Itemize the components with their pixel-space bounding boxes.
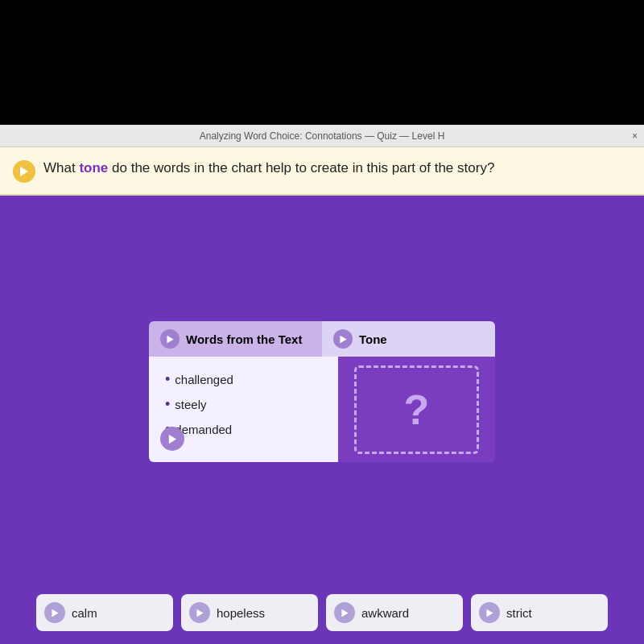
tone-header-audio-icon[interactable] (333, 329, 353, 349)
svg-marker-2 (340, 335, 346, 343)
svg-marker-0 (20, 167, 28, 176)
strict-label: strict (506, 606, 532, 620)
svg-marker-5 (196, 609, 203, 617)
question-text: What tone do the words in the chart help… (43, 159, 494, 178)
tone-header-label: Tone (359, 332, 387, 346)
tone-drop-zone[interactable]: ? (354, 365, 479, 454)
chart-header-tone: Tone (322, 321, 495, 357)
top-black-bar (0, 0, 644, 125)
word-item-1: challenged (165, 371, 322, 388)
main-area: Words from the Text Tone challe (0, 196, 644, 580)
word-item-2: steely (165, 396, 322, 413)
question-area: What tone do the words in the chart help… (0, 147, 644, 196)
hopeless-audio-icon[interactable] (189, 602, 210, 623)
strict-audio-icon[interactable] (479, 602, 500, 623)
chart-header: Words from the Text Tone (149, 321, 495, 357)
question-text-part1: What (43, 160, 79, 175)
words-header-label: Words from the Text (186, 332, 302, 346)
word-1-text: challenged (175, 373, 233, 386)
question-text-part2: do the words in the chart help to create… (108, 160, 494, 175)
chart-container: Words from the Text Tone challe (149, 321, 495, 462)
answer-hopeless[interactable]: hopeless (181, 594, 318, 631)
answer-options: calm hopeless awkward s (0, 580, 644, 644)
word-2-text: steely (175, 398, 206, 411)
calm-audio-icon[interactable] (44, 602, 65, 623)
question-audio-icon[interactable] (13, 160, 35, 183)
svg-marker-4 (52, 609, 58, 617)
question-highlight: tone (79, 160, 108, 175)
answer-strict[interactable]: strict (471, 594, 608, 631)
svg-marker-1 (167, 335, 173, 343)
words-audio-button[interactable] (160, 427, 184, 451)
tone-question-mark: ? (404, 386, 430, 434)
word-item-3: demanded (165, 421, 322, 438)
page-title: Analyzing Word Choice: Connotations — Qu… (200, 130, 445, 142)
svg-marker-3 (168, 434, 175, 443)
chrome-bar: Analyzing Word Choice: Connotations — Qu… (0, 125, 644, 147)
close-button[interactable]: × (632, 130, 638, 142)
awkward-audio-icon[interactable] (334, 602, 355, 623)
answer-calm[interactable]: calm (36, 594, 173, 631)
answer-awkward[interactable]: awkward (326, 594, 463, 631)
chart-header-words: Words from the Text (149, 321, 322, 357)
tone-cell[interactable]: ? (338, 357, 495, 462)
svg-marker-7 (486, 609, 493, 617)
chart-body: challenged steely demanded (149, 357, 495, 462)
hopeless-label: hopeless (217, 606, 265, 620)
awkward-label: awkward (361, 606, 409, 620)
words-cell: challenged steely demanded (149, 357, 338, 462)
words-header-audio-icon[interactable] (160, 329, 180, 349)
words-list: challenged steely demanded (165, 371, 322, 438)
calm-label: calm (72, 606, 97, 620)
svg-marker-6 (341, 609, 348, 617)
